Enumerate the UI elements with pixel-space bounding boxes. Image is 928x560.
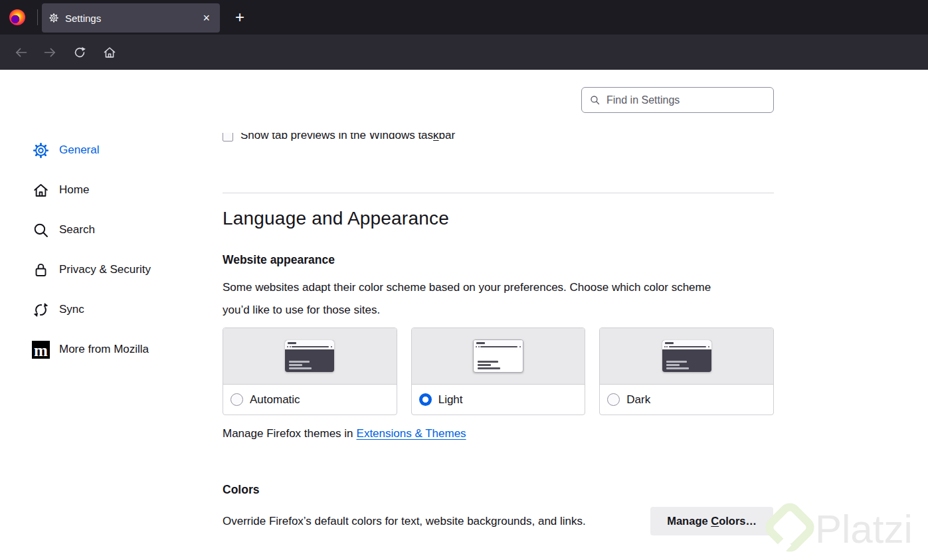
option-label: Dark [626,393,650,407]
tab-previews-label: Show tab previews in the Windows taskbar [240,133,455,142]
home-icon [32,181,50,199]
manage-colors-button[interactable]: Manage Colors… [650,507,773,535]
lock-icon [32,261,50,279]
sync-icon [32,301,50,319]
theme-preview [223,328,397,385]
tab-settings[interactable]: Settings × [42,3,220,33]
sidebar-item-label: Privacy & Security [59,263,151,276]
settings-sidebar: General Home Search [32,130,205,369]
radio-dark[interactable] [607,393,620,406]
option-label: Automatic [250,393,300,407]
browser-mockup-light-icon [473,339,523,373]
sidebar-item-sync[interactable]: Sync [32,290,205,329]
appearance-options: Automatic Light [223,327,774,415]
website-appearance-description: Some websites adapt their color scheme b… [223,276,711,322]
forward-icon[interactable] [43,45,57,60]
search-icon [32,221,50,239]
reload-icon[interactable] [72,45,87,60]
tab-close-icon[interactable]: × [199,11,213,25]
option-label: Light [438,393,463,407]
theme-preview [412,328,585,385]
back-icon[interactable] [14,45,29,60]
home-icon[interactable] [102,45,117,60]
tab-bar: Settings × + [0,0,928,35]
appearance-option-automatic[interactable]: Automatic [223,327,397,415]
section-title: Language and Appearance [223,208,449,229]
tab-previews-checkbox[interactable] [223,133,233,141]
sidebar-item-label: More from Mozilla [59,343,149,356]
gear-icon [48,13,59,23]
firefox-window: Settings × + [0,0,928,560]
theme-preview [600,328,773,385]
sidebar-item-label: General [59,143,99,157]
sidebar-item-more-from-mozilla[interactable]: m More from Mozilla [32,329,205,369]
new-tab-button[interactable]: + [229,7,250,28]
section-divider [223,193,774,193]
sidebar-item-privacy-security[interactable]: Privacy & Security [32,250,205,290]
settings-page: General Home Search [0,70,928,560]
settings-main: Show tab previews in the Windows taskbar… [223,70,774,560]
extensions-themes-link[interactable]: Extensions & Themes [357,427,466,440]
website-appearance-heading: Website appearance [223,253,335,267]
radio-automatic[interactable] [231,393,243,406]
sidebar-item-search[interactable]: Search [32,210,205,250]
appearance-option-light[interactable]: Light [411,327,586,415]
browser-mockup-dark-icon [662,340,711,372]
sidebar-item-label: Sync [59,303,84,316]
nav-toolbar: Firefox about:preferences [0,35,928,70]
tab-separator [37,9,38,25]
firefox-logo-icon[interactable] [9,9,25,25]
sidebar-item-label: Search [59,223,95,236]
sidebar-item-general[interactable]: General [32,130,205,170]
sidebar-item-label: Home [59,183,89,197]
clipped-setting-row: Show tab previews in the Windows taskbar [223,133,774,147]
sidebar-item-home[interactable]: Home [32,170,205,210]
mozilla-icon: m [32,341,50,359]
colors-heading: Colors [223,483,259,497]
manage-themes-line: Manage Firefox themes inExtensions & The… [223,427,466,440]
browser-mockup-dark-icon [285,340,334,372]
tab-title: Settings [65,13,199,24]
appearance-option-dark[interactable]: Dark [599,327,774,415]
radio-light[interactable] [419,393,432,406]
gear-icon [32,141,50,159]
colors-description: Override Firefox’s default colors for te… [223,515,586,528]
